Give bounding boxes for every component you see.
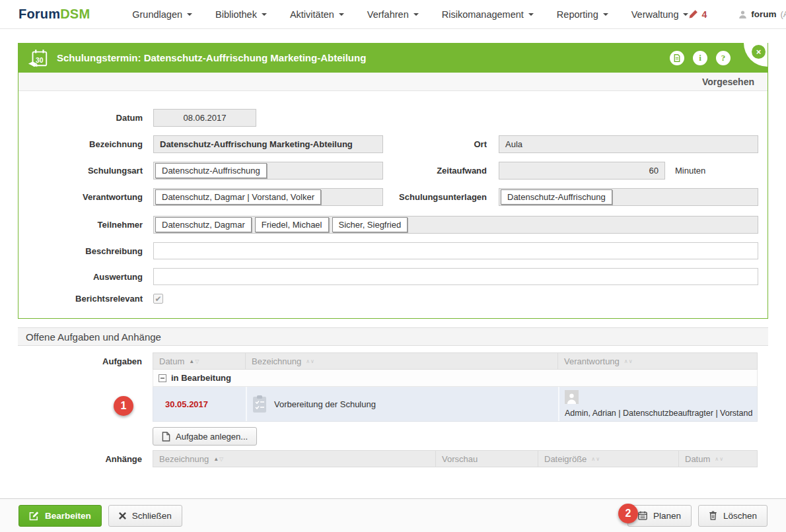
column-label: Dateigröße	[544, 454, 587, 464]
menu-bibliothek[interactable]: Bibliothek	[215, 9, 267, 20]
pencil-icon	[688, 9, 698, 19]
task-responsible: Admin, Adrian | Datenschutzbeauftragter …	[565, 409, 754, 418]
user-menu[interactable]: forum (ADMINISTRATOR)	[738, 9, 786, 19]
aufgaben-label: Aufgaben	[18, 352, 153, 446]
trash-icon	[709, 511, 717, 520]
chevron-down-icon	[528, 13, 534, 18]
teilnehmer-chip[interactable]: Friedel, Michael	[255, 217, 329, 232]
chevron-down-icon	[603, 13, 608, 18]
anhaenge-table: Bezeichnung ▲▽ Vorschau Dateigröße ∧∨ Da…	[153, 450, 758, 467]
schulungstermin-panel: 30 Schulungstermin: Datenschutz-Auffrisc…	[18, 43, 768, 319]
chevron-down-icon	[683, 13, 688, 18]
loeschen-button[interactable]: Löschen	[698, 505, 768, 527]
datum-label: Datum	[18, 113, 153, 123]
user-icon	[738, 10, 747, 18]
group-label: in Bearbeitung	[171, 373, 231, 383]
menu-grundlagen[interactable]: Grundlagen	[132, 9, 192, 20]
teilnehmer-field[interactable]: Datenschutz, Dagmar Friedel, Michael Sic…	[153, 216, 758, 234]
column-label: Bezeichnung	[252, 356, 301, 366]
menu-verfahren[interactable]: Verfahren	[367, 9, 419, 20]
new-document-icon	[162, 432, 170, 442]
teilnehmer-chip[interactable]: Datenschutz, Dagmar	[155, 217, 252, 232]
sort-indicator: ∧∨	[591, 456, 600, 462]
help-icon[interactable]: ?	[716, 51, 731, 65]
column-label: Vorschau	[442, 454, 478, 464]
schliessen-label: Schließen	[132, 511, 172, 521]
close-x-icon	[119, 512, 126, 519]
column-header-bezeichnung[interactable]: Bezeichnung ▲▽	[153, 451, 436, 467]
anhaenge-label: Anhänge	[18, 450, 153, 467]
datum-field[interactable]: 08.06.2017	[153, 109, 256, 127]
loeschen-label: Löschen	[723, 511, 757, 521]
planen-label: Planen	[653, 511, 681, 521]
logo-part-forum: Forum	[18, 7, 60, 21]
pending-edits-indicator[interactable]: 4	[688, 9, 707, 20]
menu-label: Risikomanagement	[442, 9, 524, 20]
aufgaben-table-header: Datum ▲▽ Bezeichnung ∧∨ Verantwortung ∧∨	[153, 352, 758, 370]
nav-right-area: 4 forum (ADMINISTRATOR)	[688, 9, 786, 20]
anhaenge-table-header: Bezeichnung ▲▽ Vorschau Dateigröße ∧∨ Da…	[153, 450, 758, 467]
group-row-in-bearbeitung[interactable]: in Bearbeitung	[153, 370, 758, 387]
close-icon[interactable]: ×	[752, 45, 766, 59]
annotation-badge-1: 1	[114, 396, 133, 416]
chevron-down-icon	[413, 13, 419, 18]
info-icon[interactable]: i	[693, 51, 707, 65]
menu-aktivitaeten[interactable]: Aktivitäten	[290, 9, 344, 20]
bearbeiten-button[interactable]: Bearbeiten	[18, 505, 102, 527]
task-title: Vorbereitung der Schulung	[274, 399, 376, 409]
teilnehmer-chip[interactable]: Sicher, Siegfried	[332, 217, 408, 232]
chevron-down-icon	[339, 13, 344, 18]
berichtsrelevant-label: Berichtsrelevant	[18, 294, 153, 304]
menu-verwaltung[interactable]: Verwaltung	[631, 9, 689, 20]
column-label: Bezeichnung	[159, 454, 209, 464]
menu-label: Grundlagen	[132, 9, 182, 20]
column-header-vorschau[interactable]: Vorschau	[436, 451, 538, 467]
schliessen-button[interactable]: Schließen	[108, 505, 182, 527]
menu-risikomanagement[interactable]: Risikomanagement	[442, 9, 534, 20]
task-clipboard-icon	[252, 395, 268, 413]
table-row[interactable]: 30.05.2017 Vorbereitung der Schulung	[153, 387, 758, 422]
add-task-button[interactable]: Aufgabe anlegen...	[153, 427, 257, 446]
action-bar: Bearbeiten Schließen Planen Löschen	[0, 498, 786, 532]
column-header-verantwortung[interactable]: Verantwortung ∧∨	[558, 353, 757, 369]
sort-indicator: ▲▽	[189, 358, 199, 364]
schulungsunterlagen-label: Schulungsunterlagen	[383, 192, 487, 202]
schulungsunterlagen-field[interactable]: Datenschutz-Auffrischung	[499, 188, 758, 206]
auswertung-label: Auswertung	[18, 272, 153, 282]
sort-indicator: ∧∨	[306, 358, 315, 364]
column-header-dateigroesse[interactable]: Dateigröße ∧∨	[538, 451, 679, 467]
beschreibung-label: Beschreibung	[18, 246, 153, 256]
schulungsunterlagen-chip[interactable]: Datenschutz-Auffrischung	[501, 189, 612, 205]
schulungsart-field[interactable]: Datenschutz-Auffrischung	[153, 162, 383, 180]
berichtsrelevant-checkbox[interactable]: ✔	[153, 294, 163, 304]
menu-label: Reporting	[557, 9, 598, 20]
schulungsart-chip[interactable]: Datenschutz-Auffrischung	[155, 163, 267, 178]
column-header-datum[interactable]: Datum ∧∨	[679, 451, 757, 467]
ort-field[interactable]: Aula	[499, 135, 758, 153]
panel-title: Schulungstermin: Datenschutz-Auffrischun…	[57, 52, 366, 63]
verantwortung-chip[interactable]: Datenschutz, Dagmar | Vorstand, Volker	[155, 189, 321, 205]
beschreibung-field[interactable]	[153, 242, 758, 259]
schulungsart-label: Schulungsart	[18, 166, 153, 176]
task-due-date: 30.05.2017	[153, 387, 246, 421]
menu-label: Verwaltung	[631, 9, 679, 20]
task-responsible-cell: Admin, Adrian | Datenschutzbeauftragter …	[558, 387, 756, 421]
aufgaben-table: Datum ▲▽ Bezeichnung ∧∨ Verantwortung ∧∨…	[153, 352, 758, 446]
chevron-down-icon	[262, 13, 267, 18]
column-header-datum[interactable]: Datum ▲▽	[153, 353, 246, 369]
ort-label: Ort	[383, 139, 487, 149]
zeitaufwand-field[interactable]: 60	[499, 162, 665, 180]
verantwortung-label: Verantwortung	[18, 192, 153, 202]
user-name: forum	[751, 9, 776, 19]
bezeichnung-field[interactable]: Datenschutz-Auffrischung Marketing-Abtei…	[153, 135, 383, 153]
pdf-export-icon[interactable]	[670, 51, 684, 65]
sort-indicator: ∧∨	[624, 358, 633, 364]
pdf-file-icon	[673, 54, 681, 62]
menu-reporting[interactable]: Reporting	[557, 9, 608, 20]
app-logo[interactable]: ForumDSM	[18, 7, 90, 22]
zeitaufwand-label: Zeitaufwand	[383, 166, 487, 176]
auswertung-field[interactable]	[153, 268, 758, 285]
verantwortung-field[interactable]: Datenschutz, Dagmar | Vorstand, Volker	[153, 188, 383, 206]
column-header-bezeichnung[interactable]: Bezeichnung ∧∨	[246, 353, 558, 369]
top-navigation: ForumDSM Grundlagen Bibliothek Aktivität…	[0, 0, 786, 29]
